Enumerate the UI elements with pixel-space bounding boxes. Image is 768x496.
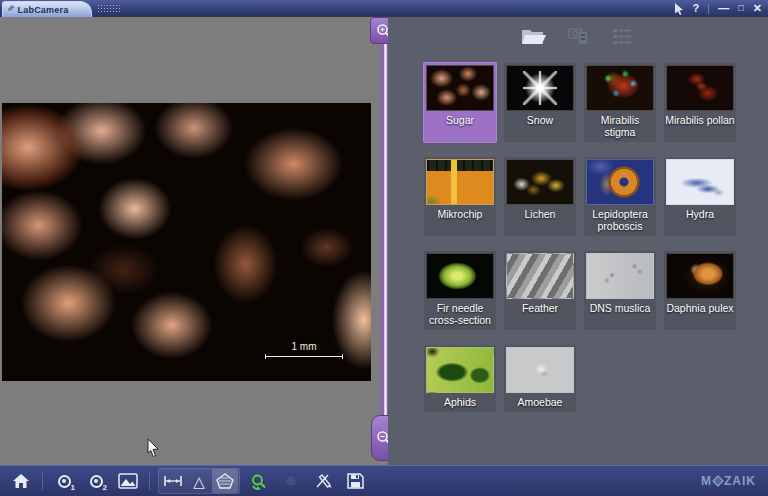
annotate-button[interactable] (310, 469, 336, 493)
thumbnail-label: Mirabilis stigma (585, 114, 655, 138)
gallery-item-lichen[interactable]: Lichen (504, 157, 576, 236)
scale-bar: 1 mm (265, 341, 343, 359)
webcam-icon (58, 475, 71, 488)
webcam-icon (90, 475, 103, 488)
save-button[interactable] (342, 469, 368, 493)
gallery-item-snow[interactable]: Snow (504, 63, 576, 142)
thumbnail-label: Sugar (446, 114, 474, 126)
camera-2-button[interactable]: 2 (83, 469, 109, 493)
thumbnail-image (586, 65, 654, 111)
angle-measure-button[interactable]: △ (186, 469, 212, 493)
camera-1-badge: 1 (71, 483, 75, 492)
pointer-mode-icon[interactable] (674, 3, 684, 15)
close-button[interactable]: ✕ (753, 3, 762, 14)
help-button[interactable]: ? (693, 3, 700, 14)
gallery-item-sugar[interactable]: Sugar (424, 63, 496, 142)
thumbnail-image (426, 65, 494, 111)
viewer-panel: 1 mm (0, 17, 385, 465)
logo-part1: M (701, 474, 712, 488)
gallery-item-fir-needle[interactable]: Fir needle cross-section (424, 251, 496, 330)
panel-divider[interactable] (384, 39, 387, 443)
gallery-item-mikrochip[interactable]: Mikrochip (424, 157, 496, 236)
gallery-item-mirabilis-stigma[interactable]: Mirabilis stigma (584, 63, 656, 142)
thumbnail-image (666, 253, 734, 299)
thumbnail-image (426, 159, 494, 205)
thumbnail-image (426, 347, 494, 393)
camera-1-button[interactable]: 1 (51, 469, 77, 493)
thumbnail-image (506, 253, 574, 299)
gallery-item-feather[interactable]: Feather (504, 251, 576, 330)
snowflake-icon: ❋ (285, 474, 297, 488)
gallery-item-aphids[interactable]: Aphids (424, 345, 496, 412)
gallery-item-mirabilis-pollan[interactable]: Mirabilis pollan (664, 63, 736, 142)
gallery-item-dns-muslica[interactable]: DNS muslica (584, 251, 656, 330)
thumbnail-label: Daphnia pulex (666, 302, 733, 314)
thumbnail-label: Lichen (525, 208, 556, 220)
gallery-toolbar (388, 21, 768, 51)
thumbnail-image (506, 65, 574, 111)
home-button[interactable] (8, 469, 34, 493)
titlebar: ✎ LabCamera ? — □ ✕ (0, 0, 768, 17)
toolbar-divider (149, 472, 150, 490)
list-view-icon (607, 24, 637, 48)
open-folder-button[interactable] (519, 24, 549, 48)
thumbnail-image (666, 159, 734, 205)
thumbnail-label: DNS muslica (590, 302, 651, 314)
distance-measure-button[interactable] (160, 469, 186, 493)
mozaik-logo: M ZAIK (701, 474, 756, 488)
app-title: LabCamera (18, 5, 69, 15)
gallery-item-daphnia-pulex[interactable]: Daphnia pulex (664, 251, 736, 330)
thumbnail-image (666, 65, 734, 111)
controls-divider (708, 4, 709, 14)
thumbnail-label: Snow (527, 114, 553, 126)
thumbnail-image (426, 253, 494, 299)
diamond-icon (712, 475, 723, 486)
pencil-icon: ✎ (7, 5, 15, 14)
app-tab[interactable]: ✎ LabCamera (2, 1, 92, 17)
gallery-item-amoebae[interactable]: Amoebae (504, 345, 576, 412)
drag-handle-dots-icon[interactable] (97, 4, 121, 13)
specimen-photo-sugar[interactable]: 1 mm (2, 103, 371, 381)
measure-tools-group: △ (158, 468, 240, 494)
logo-part2: ZAIK (724, 474, 756, 488)
thumbnail-image (506, 159, 574, 205)
thumbnail-grid: Sugar Snow Mirabilis stigma Mirabilis po… (424, 63, 742, 412)
thumbnail-image (586, 159, 654, 205)
bottom-toolbar: 1 2 △ (0, 465, 768, 496)
thumbnail-label: Feather (522, 302, 558, 314)
minimize-button[interactable]: — (718, 3, 729, 14)
thumbnail-label: Fir needle cross-section (425, 302, 495, 326)
capture-to-gallery-icon (563, 24, 593, 48)
area-measure-button[interactable] (212, 469, 238, 493)
thumbnail-label: Hydra (686, 208, 714, 220)
camera-2-badge: 2 (103, 483, 107, 492)
thumbnail-image (586, 253, 654, 299)
window-controls: ? — □ ✕ (674, 0, 762, 17)
timelapse-button-disabled: ❋ (278, 469, 304, 493)
motion-tracker-button[interactable] (246, 469, 272, 493)
toolbar-divider (42, 472, 43, 490)
mouse-cursor-icon (146, 438, 160, 462)
triangle-icon: △ (193, 474, 205, 489)
gallery-item-hydra[interactable]: Hydra (664, 157, 736, 236)
scale-bar-label: 1 mm (265, 341, 343, 352)
gallery-item-lepidoptera-proboscis[interactable]: Lepidoptera proboscis (584, 157, 656, 236)
maximize-button[interactable]: □ (738, 4, 743, 13)
scale-bar-line (265, 354, 343, 359)
thumbnail-label: Amoebae (518, 396, 563, 408)
image-gallery-button[interactable] (115, 469, 141, 493)
gallery-panel: Sugar Snow Mirabilis stigma Mirabilis po… (388, 17, 768, 465)
thumbnail-label: Aphids (444, 396, 476, 408)
thumbnail-image (506, 347, 574, 393)
main-content: 1 mm (0, 17, 768, 465)
thumbnail-label: Mikrochip (438, 208, 483, 220)
thumbnail-label: Lepidoptera proboscis (585, 208, 655, 232)
thumbnail-label: Mirabilis pollan (665, 114, 734, 126)
